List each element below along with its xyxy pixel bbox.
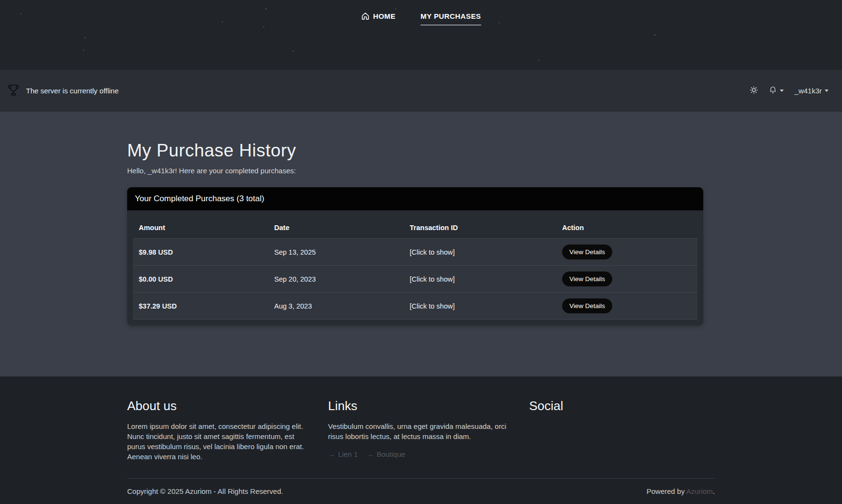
purchases-card: Your Completed Purchases (3 total) Amoun… bbox=[127, 187, 703, 325]
user-dropdown[interactable]: _w41k3r bbox=[794, 87, 829, 95]
table-header-row: Amount Date Transaction ID Action bbox=[133, 216, 697, 239]
nav-item-home[interactable]: HOME bbox=[361, 12, 396, 26]
purchase-date: Sep 20, 2023 bbox=[268, 266, 404, 293]
purchase-amount: $0.00 USD bbox=[133, 266, 268, 293]
main-nav: HOME MY PURCHASES bbox=[0, 0, 842, 26]
view-details-button[interactable]: View Details bbox=[562, 271, 612, 286]
notifications-dropdown[interactable] bbox=[769, 86, 784, 96]
table-row: $37.29 USD Aug 3, 2023 [Click to show] V… bbox=[133, 293, 697, 320]
purchase-amount: $37.29 USD bbox=[133, 293, 268, 320]
column-header-action: Action bbox=[556, 216, 697, 239]
view-details-button[interactable]: View Details bbox=[562, 245, 612, 259]
footer-social-section: Social bbox=[529, 399, 715, 462]
footer-link-lien1[interactable]: →Lien 1 bbox=[328, 450, 358, 458]
nav-home-label: HOME bbox=[373, 12, 396, 20]
trophy-icon bbox=[7, 83, 20, 99]
theme-toggle-button[interactable] bbox=[750, 86, 758, 96]
transaction-id-reveal[interactable]: [Click to show] bbox=[404, 293, 556, 320]
copyright-text: Copyright © 2025 Azuriom - All Rights Re… bbox=[127, 487, 283, 495]
footer-about-title: About us bbox=[127, 399, 313, 414]
table-row: $9.98 USD Sep 13, 2025 [Click to show] V… bbox=[133, 239, 697, 266]
sun-icon bbox=[750, 86, 758, 96]
bell-icon bbox=[769, 86, 777, 96]
footer-link-boutique[interactable]: →Boutique bbox=[367, 450, 405, 458]
nav-item-my-purchases[interactable]: MY PURCHASES bbox=[421, 12, 481, 26]
purchase-date: Aug 3, 2023 bbox=[268, 293, 404, 320]
footer-links-section: Links Vestibulum convallis, urna eget gr… bbox=[328, 399, 514, 462]
greeting-text: Hello, _w41k3r! Here are your completed … bbox=[127, 167, 715, 175]
main-content: My Purchase History Hello, _w41k3r! Here… bbox=[0, 112, 842, 376]
footer-links-title: Links bbox=[328, 399, 514, 414]
column-header-date: Date bbox=[268, 216, 404, 239]
column-header-amount: Amount bbox=[133, 216, 268, 239]
purchases-table: Amount Date Transaction ID Action $9.98 … bbox=[133, 216, 697, 320]
purchase-amount: $9.98 USD bbox=[133, 239, 268, 266]
footer-about-section: About us Lorem ipsum dolor sit amet, con… bbox=[127, 399, 313, 462]
table-row: $0.00 USD Sep 20, 2023 [Click to show] V… bbox=[133, 266, 697, 293]
server-status-text: The server is currently offline bbox=[26, 87, 118, 95]
arrow-right-icon: → bbox=[328, 450, 335, 458]
footer-social-title: Social bbox=[529, 399, 715, 414]
hero-banner: HOME MY PURCHASES bbox=[0, 0, 842, 70]
home-icon bbox=[361, 12, 369, 20]
view-details-button[interactable]: View Details bbox=[562, 298, 612, 313]
transaction-id-reveal[interactable]: [Click to show] bbox=[404, 266, 556, 293]
transaction-id-reveal[interactable]: [Click to show] bbox=[404, 239, 556, 266]
footer: About us Lorem ipsum dolor sit amet, con… bbox=[0, 376, 842, 504]
purchases-card-title: Your Completed Purchases (3 total) bbox=[127, 187, 703, 210]
powered-by-text: Powered by Azuriom. bbox=[646, 487, 715, 495]
user-menu-group: _w41k3r bbox=[750, 86, 842, 96]
page-title: My Purchase History bbox=[127, 141, 715, 161]
azuriom-link[interactable]: Azuriom bbox=[686, 487, 713, 495]
chevron-down-icon bbox=[825, 90, 829, 92]
column-header-transaction-id: Transaction ID bbox=[404, 216, 556, 239]
arrow-right-icon: → bbox=[367, 450, 374, 458]
purchase-date: Sep 13, 2025 bbox=[268, 239, 404, 266]
footer-links-text: Vestibulum convallis, urna eget gravida … bbox=[328, 421, 514, 441]
nav-purchases-label: MY PURCHASES bbox=[421, 12, 481, 20]
chevron-down-icon bbox=[780, 90, 784, 92]
username-label: _w41k3r bbox=[794, 87, 822, 95]
server-status-group: The server is currently offline bbox=[0, 83, 118, 99]
footer-about-text: Lorem ipsum dolor sit amet, consectetur … bbox=[127, 421, 313, 462]
server-status-bar: The server is currently offline bbox=[0, 70, 842, 112]
